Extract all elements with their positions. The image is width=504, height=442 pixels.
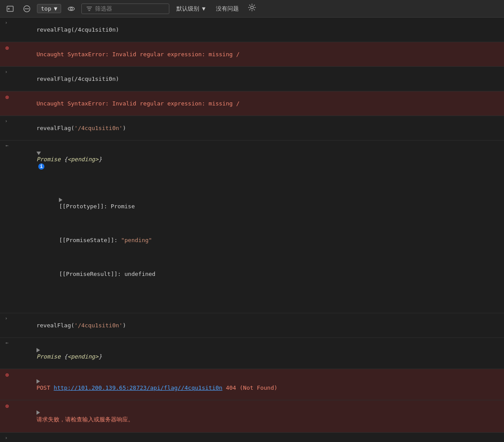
row-content-2: revealFlag(/4cqu1siti0n) <box>14 68 504 90</box>
expand-icon-2[interactable]: › <box>5 69 8 75</box>
code-reveal-4: revealFlag( <box>37 322 74 329</box>
error-icon-2: ⊗ <box>5 94 9 101</box>
code-arg-3: '/4cqu1siti0n' <box>74 125 123 131</box>
row-gutter-5: › <box>0 434 14 441</box>
filter-placeholder: 筛选器 <box>95 5 112 13</box>
row-gutter-2: › <box>0 68 14 75</box>
row-content-p2: Promise {<pending>} <box>14 339 504 368</box>
row-content-req: 请求失败，请检查输入或服务器响应。 <box>14 401 504 431</box>
left-arrow-2: ← <box>6 340 9 346</box>
row-content-e1: Uncaught SyntaxError: Invalid regular ex… <box>14 43 504 65</box>
code-close-4: ) <box>123 322 126 329</box>
promise-label-2: Promise <box>37 353 64 360</box>
left-arrow-1: ← <box>6 143 9 149</box>
code-arg-4: '/4cqu1siti0n' <box>74 322 123 329</box>
console-row-post-error: ⊗ POST http://101.200.139.65:28723/api/f… <box>0 369 504 400</box>
row-content-post: POST http://101.200.139.65:28723/api/fla… <box>14 370 504 399</box>
row-content-p1: Promise {<pending>} i [[Prototype]]: Pro… <box>14 141 504 312</box>
result-key-1: [[PromiseResult]]: <box>59 271 124 277</box>
post-status: 404 (Not Found) <box>223 384 278 391</box>
promise-nested-1: [[Prototype]]: Promise [[PromiseState]]:… <box>16 176 502 297</box>
row-gutter-req: ⊗ <box>0 401 14 409</box>
error-icon-req: ⊗ <box>5 402 9 409</box>
level-arrow-icon: ▼ <box>202 5 205 12</box>
row-gutter-post: ⊗ <box>0 370 14 378</box>
settings-button[interactable] <box>246 2 258 15</box>
promise-brace-2: } <box>99 353 102 360</box>
console-row-5: › revealFlag('4cqu1siti0n') <box>0 433 504 442</box>
console-row-promise-1: ← Promise {<pending>} i [[Prototype]]: P… <box>0 141 504 313</box>
console-area: › revealFlag(/4cqu1siti0n) ⊗ Uncaught Sy… <box>0 18 504 442</box>
row-gutter-e1: ⊗ <box>0 43 14 51</box>
back-button[interactable] <box>4 3 17 14</box>
nested-state-1: [[PromiseState]]: "pending" <box>25 230 502 250</box>
row-gutter-e2: ⊗ <box>0 92 14 101</box>
prototype-val-1: Promise <box>111 203 135 210</box>
triangle-right-2[interactable] <box>37 348 40 352</box>
row-content-4: revealFlag('/4cqu1siti0n') <box>14 314 504 337</box>
prototype-key-1: [[Prototype]]: <box>59 203 110 210</box>
error-icon-post: ⊗ <box>5 371 9 378</box>
code-close-3: ) <box>123 125 126 131</box>
expand-icon-5[interactable]: › <box>5 435 8 441</box>
console-row-2: › revealFlag(/4cqu1siti0n) <box>0 67 504 91</box>
svg-point-4 <box>70 7 73 10</box>
post-url[interactable]: http://101.200.139.65:28723/api/flag//4c… <box>54 384 223 391</box>
svg-point-8 <box>251 6 253 9</box>
console-row-1: › revealFlag(/4cqu1siti0n) <box>0 18 504 42</box>
prototype-triangle-1[interactable] <box>59 198 62 202</box>
nested-prototype-1: [[Prototype]]: Promise <box>25 189 502 217</box>
req-triangle[interactable] <box>37 410 40 415</box>
error-text-1: Uncaught SyntaxError: Invalid regular ex… <box>37 51 240 58</box>
req-error-text: 请求失败，请检查输入或服务器响应。 <box>37 416 134 423</box>
state-key-1: [[PromiseState]]: <box>59 237 121 243</box>
error-text-2: Uncaught SyntaxError: Invalid regular ex… <box>37 100 240 107</box>
level-dropdown[interactable]: 默认级别 ▼ <box>173 4 209 14</box>
eye-button[interactable] <box>65 3 78 14</box>
triangle-down-1[interactable] <box>37 152 41 155</box>
row-content-5: revealFlag('4cqu1siti0n') <box>14 434 504 442</box>
post-method: POST <box>37 384 54 391</box>
code-text-2: revealFlag(/4cqu1siti0n) <box>37 76 119 82</box>
row-gutter-p2: ← <box>0 339 14 346</box>
dropdown-arrow-icon: ▼ <box>54 5 57 12</box>
code-text-1: revealFlag(/4cqu1siti0n) <box>37 26 119 33</box>
context-dropdown[interactable]: top ▼ <box>37 4 61 13</box>
console-row-req-error: ⊗ 请求失败，请检查输入或服务器响应。 <box>0 400 504 433</box>
promise-brace-1: } <box>99 156 102 163</box>
row-content-3: revealFlag('/4cqu1siti0n') <box>14 117 504 139</box>
result-val-1: undefined <box>124 271 155 277</box>
row-gutter-4: › <box>0 314 14 321</box>
error-icon-1: ⊗ <box>5 44 9 51</box>
promise-state-2: <pending> <box>67 353 98 360</box>
console-row-3: › revealFlag('/4cqu1siti0n') <box>0 116 504 141</box>
level-label: 默认级别 <box>176 5 199 13</box>
info-badge-1[interactable]: i <box>38 163 44 170</box>
promise-state-1: <pending> <box>67 156 98 163</box>
console-row-promise-2: ← Promise {<pending>} <box>0 338 504 369</box>
clear-button[interactable] <box>20 3 33 14</box>
row-gutter-p1: ← <box>0 141 14 149</box>
row-gutter-1: › <box>0 18 14 25</box>
toolbar: top ▼ 筛选器 默认级别 ▼ 没有问题 <box>0 0 504 18</box>
expand-icon-1[interactable]: › <box>5 20 8 25</box>
row-content-1: revealFlag(/4cqu1siti0n) <box>14 18 504 41</box>
console-row-4: › revealFlag('/4cqu1siti0n') <box>0 313 504 338</box>
expand-icon-3[interactable]: › <box>5 118 8 124</box>
row-gutter-3: › <box>0 117 14 124</box>
no-issues-label: 没有问题 <box>212 4 242 14</box>
expand-icon-4[interactable]: › <box>5 315 8 321</box>
context-label: top <box>41 5 51 12</box>
filter-input[interactable]: 筛选器 <box>81 4 169 14</box>
nested-result-1: [[PromiseResult]]: undefined <box>25 264 502 284</box>
row-content-e2: Uncaught SyntaxError: Invalid regular ex… <box>14 92 504 115</box>
post-triangle[interactable] <box>37 379 40 384</box>
console-row-error-1: ⊗ Uncaught SyntaxError: Invalid regular … <box>0 42 504 67</box>
state-val-1: "pending" <box>121 237 152 243</box>
code-reveal-3: revealFlag( <box>37 125 74 131</box>
promise-label-1: Promise <box>37 156 64 163</box>
console-row-error-2: ⊗ Uncaught SyntaxError: Invalid regular … <box>0 91 504 116</box>
